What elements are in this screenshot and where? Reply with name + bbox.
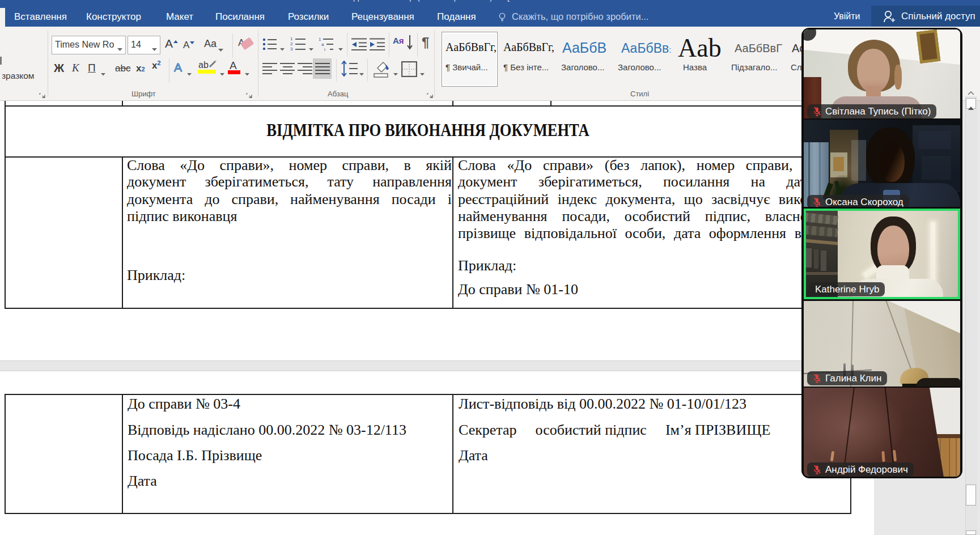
svg-text:2: 2 (290, 41, 293, 46)
svg-text:i: i (324, 47, 325, 52)
svg-text:3: 3 (290, 46, 293, 52)
svg-text:a: a (321, 42, 324, 47)
svg-text:1: 1 (319, 37, 321, 42)
svg-text:1: 1 (290, 36, 293, 41)
